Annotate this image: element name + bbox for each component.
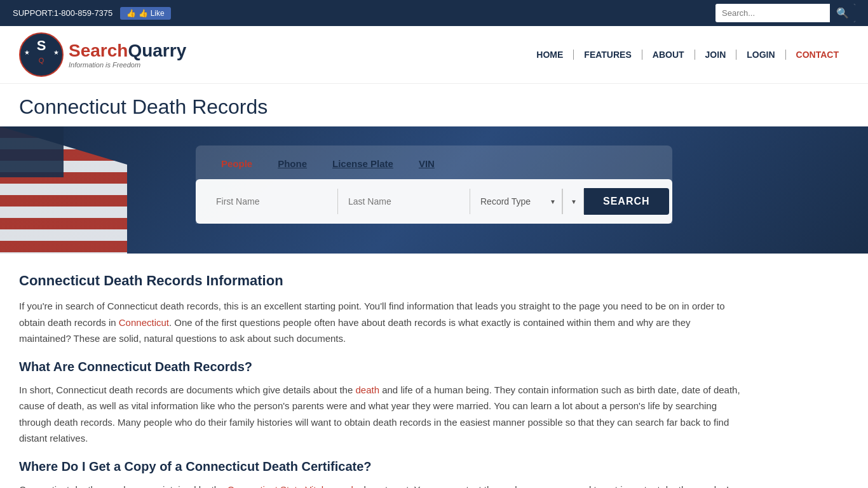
section1-title: Connecticut Death Records Information (19, 273, 743, 289)
first-name-input[interactable] (206, 189, 338, 214)
top-search-bar[interactable]: 🔍 (715, 4, 855, 22)
top-search-input[interactable] (715, 5, 830, 21)
top-bar-left: SUPPORT:1-800-859-7375 👍 👍 Like (13, 7, 171, 20)
facebook-like-button[interactable]: 👍 👍 Like (120, 7, 170, 20)
record-type-wrapper: Record Type Death Records Birth Records … (470, 189, 563, 214)
section3-title: Where Do I Get a Copy of a Connecticut D… (19, 459, 743, 474)
fb-thumb-icon: 👍 (126, 9, 136, 18)
tab-vin[interactable]: VIN (406, 153, 447, 174)
fb-like-label: 👍 Like (139, 9, 164, 18)
main-nav: HOME FEATURES ABOUT JOIN LOGIN CONTACT (526, 50, 849, 60)
vital-records-link[interactable]: Connecticut State Vital records (227, 484, 358, 489)
page-title: Connecticut Death Records (19, 95, 849, 119)
nav-home[interactable]: HOME (526, 50, 574, 60)
tab-people[interactable]: People (208, 153, 265, 174)
logo-title: SearchQuarry (69, 41, 186, 61)
connecticut-link[interactable]: Connecticut (119, 317, 169, 328)
hero-banner: People Phone License Plate VIN Record Ty… (0, 126, 868, 254)
logo-blue: Quarry (128, 41, 186, 60)
nav-login[interactable]: LOGIN (736, 50, 785, 60)
svg-text:★: ★ (24, 49, 30, 56)
states-select[interactable]: All States Alabama Alaska Arizona Connec… (563, 189, 583, 214)
nav-features[interactable]: FEATURES (574, 50, 642, 60)
nav-join[interactable]: JOIN (695, 50, 737, 60)
section2-paragraph: In short, Connecticut death records are … (19, 382, 743, 447)
tab-phone[interactable]: Phone (265, 153, 320, 174)
search-inputs: Record Type Death Records Birth Records … (196, 179, 672, 224)
page-title-section: Connecticut Death Records (0, 84, 868, 126)
top-bar: SUPPORT:1-800-859-7375 👍 👍 Like 🔍 (0, 0, 868, 26)
states-select-wrapper: All States Alabama Alaska Arizona Connec… (563, 189, 584, 214)
svg-text:Q: Q (39, 57, 44, 64)
svg-text:★: ★ (53, 49, 59, 56)
logo-text: SearchQuarry Information is Freedom (69, 41, 186, 69)
section2-title: What Are Connecticut Death Records? (19, 360, 743, 374)
nav-contact[interactable]: CONTACT (786, 50, 849, 60)
nav-about[interactable]: ABOUT (642, 50, 695, 60)
top-search-button[interactable]: 🔍 (830, 4, 855, 22)
record-type-select[interactable]: Record Type Death Records Birth Records … (470, 189, 562, 214)
search-card: People Phone License Plate VIN Record Ty… (196, 146, 672, 224)
last-name-input[interactable] (338, 189, 470, 214)
header: S Q ★ ★ SearchQuarry Information is Free… (0, 26, 868, 84)
search-tabs: People Phone License Plate VIN (196, 146, 672, 174)
logo[interactable]: S Q ★ ★ SearchQuarry Information is Free… (19, 32, 186, 77)
section1-paragraph: If you're in search of Connecticut death… (19, 298, 743, 347)
main-content: Connecticut Death Records Information If… (0, 254, 763, 488)
svg-text:S: S (37, 37, 46, 53)
logo-icon: S Q ★ ★ (19, 32, 64, 77)
logo-red: Search (69, 41, 128, 60)
section3-paragraph: Connecticut death records are maintained… (19, 482, 743, 489)
support-text: SUPPORT:1-800-859-7375 (13, 8, 112, 18)
search-button[interactable]: SEARCH (584, 188, 669, 215)
logo-subtitle: Information is Freedom (69, 61, 186, 69)
death-link[interactable]: death (355, 384, 379, 395)
tab-license-plate[interactable]: License Plate (320, 153, 406, 174)
